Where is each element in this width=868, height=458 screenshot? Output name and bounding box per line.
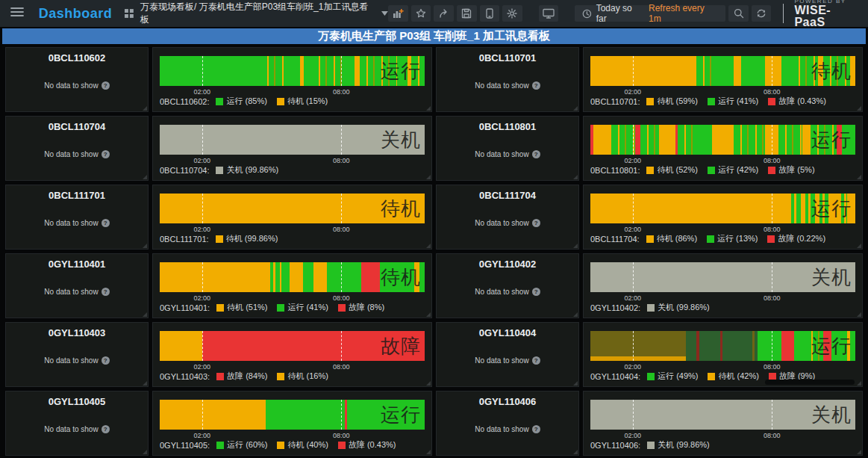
menu-icon[interactable] <box>10 7 25 20</box>
legend-entry[interactable]: 关机 (99.86%) <box>647 439 710 451</box>
current-state-label: 运行 <box>381 402 421 428</box>
legend-entry[interactable]: 待机 (51%) <box>216 302 267 313</box>
machine-timeline-panel[interactable]: 待机02:0008:000BCL111701:待机 (99.86%) <box>152 185 432 250</box>
legend-entry[interactable]: 运行 (85%) <box>216 96 266 107</box>
machine-timeline-panel[interactable]: 运行02:0008:000BCL110801:待机 (52%)运行 (42%)故… <box>583 116 863 181</box>
panel-resize-handle[interactable] <box>143 450 147 454</box>
machine-timeline-panel[interactable]: 运行02:0008:000GYL110404:运行 (49%)待机 (42%)故… <box>583 322 863 387</box>
legend-entry[interactable]: 待机 (99.86%) <box>216 233 278 244</box>
legend-entry[interactable]: 运行 (13%) <box>707 233 758 244</box>
panel-resize-handle[interactable] <box>573 381 578 386</box>
timeline-segment <box>303 262 313 292</box>
time-axis: 02:0008:00 <box>590 292 855 302</box>
machine-info-panel[interactable]: 0BCL110704No data to show? <box>5 116 149 181</box>
search-button[interactable] <box>728 5 749 22</box>
machine-info-panel[interactable]: 0GYL110403No data to show? <box>5 322 149 387</box>
panel-resize-handle[interactable] <box>857 450 861 454</box>
panel-resize-handle[interactable] <box>143 244 147 248</box>
machine-info-panel[interactable]: 0BCL111701No data to show? <box>5 185 149 250</box>
legend-machine-id: 0GYL110406: <box>590 441 640 450</box>
panel-resize-handle[interactable] <box>857 175 861 179</box>
panel-resize-handle[interactable] <box>426 175 431 179</box>
legend-label: 运行 (60%) <box>227 439 267 451</box>
legend-entry[interactable]: 故障 (84%) <box>216 371 267 382</box>
machine-timeline-panel[interactable]: 关机02:0008:000GYL110406:关机 (99.86%) <box>583 391 863 456</box>
timeline-legend: 0BCL110801:待机 (52%)运行 (42%)故障 (5%) <box>590 164 855 178</box>
mobile-view-button[interactable] <box>480 5 500 22</box>
machine-info-panel[interactable]: 0GYL110404No data to show? <box>436 322 579 387</box>
legend-entry[interactable]: 运行 (41%) <box>708 96 758 107</box>
machine-info-panel[interactable]: 0GYL110401No data to show? <box>5 253 149 318</box>
panel-resize-handle[interactable] <box>857 106 861 111</box>
legend-entry[interactable]: 待机 (42%) <box>708 371 758 382</box>
legend-entry[interactable]: 运行 (42%) <box>708 164 758 176</box>
machine-info-panel[interactable]: 0BCL110602No data to show? <box>5 47 149 112</box>
legend-entry[interactable]: 待机 (15%) <box>277 96 328 107</box>
settings-button[interactable] <box>502 5 522 22</box>
machine-timeline-panel[interactable]: 故障02:0008:000GYL110403:故障 (84%)待机 (16%) <box>152 322 432 387</box>
legend-entry[interactable]: 待机 (59%) <box>646 96 697 107</box>
share-button[interactable] <box>434 5 454 22</box>
legend-entry[interactable]: 关机 (99.86%) <box>647 302 710 313</box>
time-tick-label: 08:00 <box>764 88 781 96</box>
machine-id-title: 0BCL110602 <box>49 52 106 64</box>
time-gridline <box>633 125 634 155</box>
machine-timeline-panel[interactable]: 关机02:0008:000BCL110704:关机 (99.86%) <box>152 116 432 181</box>
panel-resize-handle[interactable] <box>143 312 147 317</box>
panel-resize-handle[interactable] <box>426 450 431 454</box>
tv-mode-button[interactable] <box>539 5 559 22</box>
machine-info-panel[interactable]: 0GYL110402No data to show? <box>436 253 579 318</box>
legend-entry[interactable]: 故障 (0.22%) <box>767 233 825 244</box>
machine-info-panel[interactable]: 0GYL110406No data to show? <box>436 391 579 456</box>
timeline-segment <box>266 262 281 292</box>
panel-resize-handle[interactable] <box>573 175 578 179</box>
machine-timeline-panel[interactable]: 待机02:0008:000GYL110401:待机 (51%)运行 (41%)故… <box>152 253 432 318</box>
panel-resize-handle[interactable] <box>573 312 578 317</box>
machine-info-panel[interactable]: 0BCL110801No data to show? <box>436 116 579 181</box>
time-tick-label: 08:00 <box>333 432 350 439</box>
legend-entry[interactable]: 运行 (60%) <box>216 439 267 451</box>
refresh-button[interactable] <box>752 5 772 22</box>
legend-entry[interactable]: 关机 (99.86%) <box>216 164 278 176</box>
panel-resize-handle[interactable] <box>426 381 431 386</box>
time-picker[interactable]: Today so far Refresh every 1m <box>575 5 725 22</box>
panel-resize-handle[interactable] <box>426 244 431 248</box>
panel-resize-handle[interactable] <box>857 312 861 317</box>
dashboard-breadcrumb[interactable]: 万泰现场看板/ 万泰机电生产部P03组车削班_1加工讯息看板 <box>124 1 388 26</box>
legend-entry[interactable]: 待机 (40%) <box>277 439 328 451</box>
scrollbar-thumb[interactable] <box>765 380 855 385</box>
legend-machine-id: 0GYL110401: <box>160 303 210 312</box>
panel-resize-handle[interactable] <box>573 244 578 248</box>
legend-entry[interactable]: 运行 (49%) <box>647 371 698 382</box>
add-panel-button[interactable] <box>388 5 408 22</box>
machine-timeline-panel[interactable]: 运行02:0008:000GYL110405:运行 (60%)待机 (40%)故… <box>152 391 432 456</box>
panel-resize-handle[interactable] <box>143 381 147 386</box>
panel-resize-handle[interactable] <box>426 106 431 111</box>
save-button[interactable] <box>457 5 477 22</box>
legend-entry[interactable]: 运行 (41%) <box>277 302 328 313</box>
legend-entry[interactable]: 故障 (8%) <box>338 302 384 313</box>
panel-resize-handle[interactable] <box>143 175 147 179</box>
machine-info-panel[interactable]: 0BCL110701No data to show? <box>436 47 579 112</box>
star-button[interactable] <box>411 5 431 22</box>
machine-info-panel[interactable]: 0GYL110405No data to show? <box>5 391 149 456</box>
app-logo[interactable]: Dashboard <box>39 6 113 22</box>
machine-info-panel[interactable]: 0BCL111704No data to show? <box>436 185 579 250</box>
panel-resize-handle[interactable] <box>857 244 861 248</box>
legend-entry[interactable]: 待机 (86%) <box>646 233 697 244</box>
panel-resize-handle[interactable] <box>857 381 861 386</box>
machine-timeline-panel[interactable]: 关机02:0008:000GYL110402:关机 (99.86%) <box>583 253 863 318</box>
panel-resize-handle[interactable] <box>573 106 578 111</box>
legend-entry[interactable]: 故障 (0.43%) <box>338 439 396 451</box>
machine-timeline-panel[interactable]: 运行02:0008:000BCL110602:运行 (85%)待机 (15%) <box>152 47 432 112</box>
panel-resize-handle[interactable] <box>143 106 147 111</box>
legend-entry[interactable]: 故障 (5%) <box>768 164 814 176</box>
machine-timeline-panel[interactable]: 运行02:0008:000BCL111704:待机 (86%)运行 (13%)故… <box>583 185 863 250</box>
dashboard-grid: 0BCL110602No data to show?运行02:0008:000B… <box>0 44 868 458</box>
legend-entry[interactable]: 待机 (52%) <box>646 164 697 176</box>
panel-resize-handle[interactable] <box>573 450 578 454</box>
legend-entry[interactable]: 待机 (16%) <box>277 371 328 382</box>
panel-resize-handle[interactable] <box>426 312 431 317</box>
legend-entry[interactable]: 故障 (0.43%) <box>768 96 826 107</box>
machine-timeline-panel[interactable]: 待机02:0008:000BCL110701:待机 (59%)运行 (41%)故… <box>583 47 863 112</box>
